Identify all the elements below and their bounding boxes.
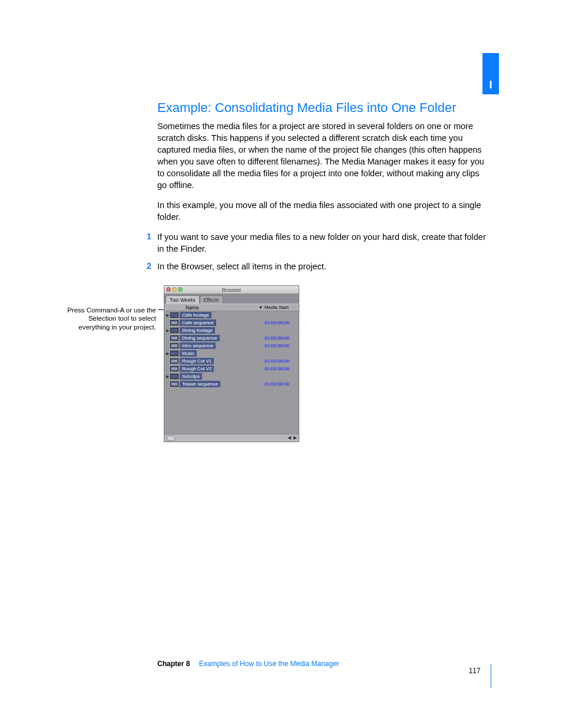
tab-two-weeks[interactable]: Two Weeks: [166, 295, 200, 304]
item-label: Cafe sequence: [180, 319, 216, 326]
media-start-value: 01:00:00:00: [265, 358, 299, 364]
disclosure-triangle-icon[interactable]: ▶: [164, 351, 170, 356]
column-media-start[interactable]: Media Start: [265, 305, 299, 310]
item-label: Intro sequence: [180, 342, 216, 349]
list-item[interactable]: Dining sequence01:00:00:00: [164, 334, 299, 342]
paragraph-1: Sometimes the media files for a project …: [157, 120, 487, 191]
figure-callout: Press Command-A or use the Selection too…: [65, 306, 156, 331]
browser-window: Browser Two Weeks Effects Name ▼ Media S…: [164, 285, 299, 442]
sort-indicator-icon: ▼: [259, 305, 265, 309]
minimize-icon[interactable]: [172, 287, 177, 292]
list-item[interactable]: Rough Cut V201:00:00:00: [164, 365, 299, 373]
sequence-icon: [170, 335, 178, 341]
chapter-title: Examples of How to Use the Media Manager: [199, 660, 339, 668]
sequence-icon: [170, 320, 178, 325]
browser-tabs: Two Weeks Effects: [164, 294, 299, 304]
tab-effects[interactable]: Effects: [200, 295, 223, 304]
list-item[interactable]: Intro sequence01:00:00:00: [164, 342, 299, 350]
zoom-icon[interactable]: [178, 287, 183, 292]
window-titlebar: Browser: [164, 286, 299, 294]
window-title: Browser: [222, 287, 241, 293]
browser-empty-area: [164, 388, 299, 434]
traffic-lights: [166, 287, 183, 292]
list-item[interactable]: Rough Cut V101:00:00:00: [164, 357, 299, 365]
column-name[interactable]: Name: [164, 305, 259, 311]
chapter-label: Chapter 8: [157, 660, 190, 668]
scroll-arrows[interactable]: ◀ ▶: [287, 435, 297, 440]
list-item[interactable]: Teaser sequence01:00:00:00: [164, 380, 299, 388]
bin-icon: [170, 312, 178, 318]
close-icon[interactable]: [166, 287, 171, 292]
bin-icon: [170, 328, 178, 333]
section-tab: I: [482, 53, 499, 94]
item-label: Rough Cut V1: [180, 358, 214, 364]
list-item[interactable]: ▶Dining footage: [164, 327, 299, 334]
item-label: Rough Cut V2: [180, 365, 214, 372]
disclosure-triangle-icon[interactable]: ▶: [164, 313, 170, 318]
step-2: In the Browser, select all items in the …: [157, 261, 487, 272]
step-list: If you want to save your media files to …: [157, 231, 487, 272]
footer-divider: [491, 664, 491, 688]
item-label: Cafe footage: [180, 312, 211, 318]
list-item[interactable]: ▶Cafe footage: [164, 311, 299, 319]
bin-icon: [170, 374, 178, 379]
item-label: Subclips: [180, 373, 202, 380]
paragraph-2: In this example, you move all of the med…: [157, 199, 487, 223]
browser-rows: ▶Cafe footageCafe sequence01:00:00:00▶Di…: [164, 311, 299, 388]
sequence-icon: [170, 366, 178, 371]
disclosure-triangle-icon[interactable]: ▶: [164, 374, 170, 379]
media-start-value: 01:00:00:00: [265, 343, 299, 348]
footer-right: 117: [469, 660, 491, 683]
media-start-value: 01:00:00:00: [265, 381, 299, 387]
step-1: If you want to save your media files to …: [157, 231, 487, 255]
page-number: 117: [469, 667, 481, 675]
sequence-icon: [170, 358, 178, 364]
footer-left: Chapter 8 Examples of How to Use the Med…: [157, 660, 339, 668]
disclosure-triangle-icon[interactable]: ▶: [164, 328, 170, 333]
scroll-thumb[interactable]: [167, 436, 175, 441]
media-start-value: 01:00:00:00: [265, 366, 299, 371]
browser-scrollbar[interactable]: ◀ ▶: [164, 434, 299, 442]
section-heading: Example: Consolidating Media Files into …: [157, 100, 487, 116]
sequence-icon: [170, 343, 178, 348]
list-item[interactable]: ▶Subclips: [164, 373, 299, 380]
column-header-row: Name ▼ Media Start: [164, 304, 299, 311]
media-start-value: 01:00:00:00: [265, 320, 299, 325]
list-item[interactable]: Cafe sequence01:00:00:00: [164, 319, 299, 327]
bin-icon: [170, 351, 178, 356]
list-item[interactable]: ▶Music: [164, 350, 299, 357]
sequence-icon: [170, 381, 178, 387]
item-label: Dining footage: [180, 327, 215, 334]
item-label: Teaser sequence: [180, 381, 220, 387]
main-content: Example: Consolidating Media Files into …: [157, 100, 487, 278]
item-label: Dining sequence: [180, 335, 220, 341]
item-label: Music: [180, 350, 197, 357]
media-start-value: 01:00:00:00: [265, 335, 299, 341]
